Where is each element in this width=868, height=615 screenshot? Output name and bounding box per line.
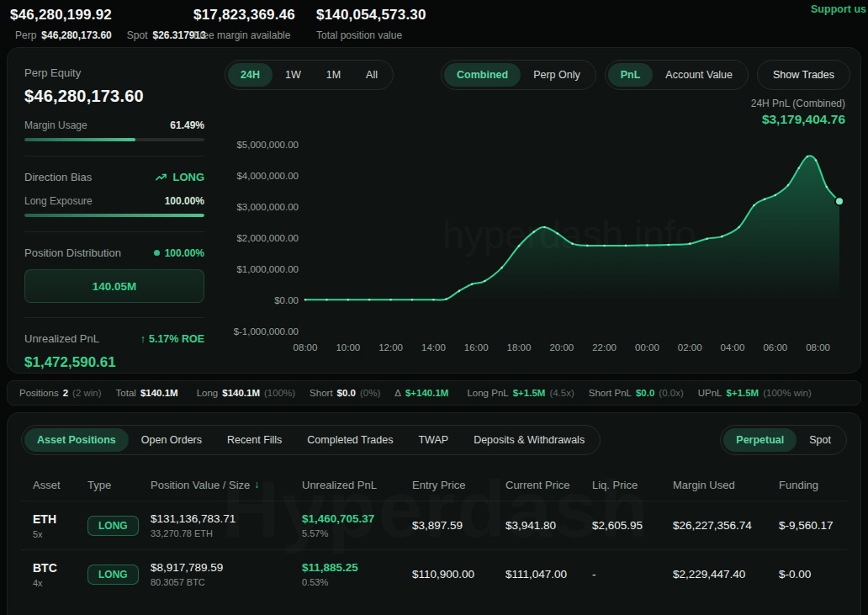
support-us-link[interactable]: Support us	[811, 3, 866, 15]
positions-table: Asset Type Position Value / Size ↓ Unrea…	[21, 469, 847, 598]
chart-point	[625, 245, 627, 247]
tab-twap[interactable]: TWAP	[405, 428, 461, 452]
range-button-24h[interactable]: 24H	[228, 63, 273, 87]
table-row-btc[interactable]: BTC 4x LONG $8,917,789.59 80.3057 BTC $1…	[21, 549, 847, 598]
chart-point	[368, 299, 371, 301]
account-total-value: $46,280,199.92	[10, 7, 193, 24]
x-tick-label: 06:00	[763, 342, 787, 353]
chart-point	[807, 156, 809, 158]
panel-divider	[24, 231, 204, 232]
tab-asset-positions[interactable]: Asset Positions	[24, 428, 129, 452]
table-header-row: Asset Type Position Value / Size ↓ Unrea…	[21, 469, 847, 501]
toggle-combined[interactable]: Combined	[444, 63, 521, 87]
total-position-label: Total position value	[316, 29, 426, 41]
chart-point	[603, 245, 606, 247]
tab-deposits-withdrawals[interactable]: Deposits & Withdrawals	[461, 428, 597, 452]
chart-point	[389, 299, 392, 301]
col-position-value-size[interactable]: Position Value / Size ↓	[151, 479, 302, 491]
toggle-perpetual[interactable]: Perpetual	[723, 428, 797, 452]
toggle-spot[interactable]: Spot	[797, 428, 844, 452]
equity-side-panel: Perp Equity $46,280,173.60 Margin Usage …	[8, 48, 220, 373]
chart-pnl-label: 24H PnL (Combined)	[751, 98, 845, 109]
chart-point	[445, 298, 447, 300]
long-badge: LONG	[87, 565, 139, 585]
chart-end-dot	[835, 197, 844, 205]
chart-point	[556, 232, 558, 235]
chart-point	[825, 186, 828, 188]
total-position-value: $140,054,573.30	[316, 7, 426, 24]
toggle-pnl[interactable]: PnL	[608, 63, 654, 87]
margin-usage-bar-fill	[24, 138, 135, 141]
equity-chart-card: Perp Equity $46,280,173.60 Margin Usage …	[7, 47, 861, 374]
margin-usage-value: 61.49%	[170, 119, 204, 131]
unrealized-pnl-pct: 0.53%	[302, 577, 412, 587]
x-tick-label: 10:00	[336, 342, 360, 353]
liq-price: $2,605.95	[592, 519, 673, 532]
asset-leverage: 5x	[33, 529, 87, 539]
toggle-perp-only[interactable]: Perp Only	[521, 63, 593, 87]
position-value: $8,917,789.59	[151, 561, 302, 574]
asset-symbol: ETH	[33, 512, 87, 526]
range-button-1m[interactable]: 1M	[314, 63, 353, 87]
sort-desc-icon: ↓	[254, 479, 259, 490]
perp-value: $46,280,173.60	[41, 29, 111, 41]
perp-label: Perp	[15, 29, 36, 41]
chart-point	[500, 267, 503, 269]
long-exposure-value: 100.00%	[165, 195, 204, 207]
entry-price: $110,900.00	[412, 568, 505, 581]
chart-point	[706, 237, 708, 240]
unrealized-pnl: $11,885.25	[302, 561, 412, 574]
toggle-account-value[interactable]: Account Value	[653, 63, 745, 87]
col-type: Type	[87, 479, 151, 491]
long-exposure-bar	[24, 214, 204, 217]
asset-leverage: 4x	[33, 578, 87, 588]
x-tick-label: 14:00	[421, 342, 446, 353]
positions-table-card: Hyperdash Asset Positions Open Orders Re…	[7, 412, 861, 615]
range-button-1w[interactable]: 1W	[273, 63, 314, 87]
roe-up-arrow-icon: ↑	[140, 333, 146, 345]
panel-divider	[24, 156, 204, 156]
chart-point	[753, 204, 755, 207]
position-distribution-box[interactable]: 140.05M	[24, 269, 204, 303]
chart-point	[738, 226, 740, 229]
chart-point	[532, 231, 535, 233]
chart-point	[764, 198, 766, 200]
x-tick-label: 20:00	[549, 342, 574, 353]
col-asset: Asset	[33, 479, 87, 491]
chart-point	[347, 299, 350, 301]
perp-equity-label: Perp Equity	[24, 66, 204, 79]
long-badge: LONG	[87, 516, 139, 536]
x-tick-label: 18:00	[507, 342, 532, 353]
chart-point	[458, 290, 461, 293]
pnl-area-chart[interactable]: hyperdash.info$5,000,000.00$4,000,000.00…	[225, 129, 850, 358]
long-exposure-label: Long Exposure	[24, 195, 93, 207]
show-trades-button[interactable]: Show Trades	[757, 60, 850, 90]
chart-section: 24H 1W 1M All Combined Perp Only PnL Acc…	[220, 48, 864, 373]
account-header: $46,280,199.92 Perp $46,280,173.60 Spot …	[0, 0, 868, 47]
col-unrealized-pnl: Unrealized PnL	[302, 479, 412, 491]
funding: $-9,560.17	[779, 519, 847, 532]
y-tick-label: $4,000,000.00	[236, 171, 299, 181]
tab-open-orders[interactable]: Open Orders	[129, 428, 214, 452]
chart-point	[689, 242, 691, 245]
chart-point	[304, 299, 307, 301]
range-button-all[interactable]: All	[353, 63, 390, 87]
col-liq-price: Liq. Price	[592, 479, 673, 491]
x-tick-label: 16:00	[464, 342, 489, 353]
table-row-eth[interactable]: ETH 5x LONG $131,136,783.71 33,270.78 ET…	[21, 501, 847, 549]
col-entry-price: Entry Price	[412, 479, 505, 491]
summary-positions: Positions2(2 win)	[19, 388, 102, 398]
tab-recent-fills[interactable]: Recent Fills	[214, 428, 294, 452]
current-price: $111,047.00	[505, 568, 592, 581]
y-tick-label: $-1,000,000.00	[234, 326, 299, 337]
chart-point	[668, 244, 670, 247]
summary-long-pnl: Long PnL$+1.5M(4.5x)	[467, 388, 574, 398]
position-value: $131,136,783.71	[151, 512, 302, 525]
unrealized-pnl-value: $1,472,590.61	[24, 354, 204, 371]
chart-point	[518, 245, 521, 247]
unrealized-pnl: $1,460,705.37	[302, 512, 412, 525]
tab-completed-trades[interactable]: Completed Trades	[294, 428, 405, 452]
margin-used: $26,227,356.74	[673, 519, 779, 532]
margin-usage-label: Margin Usage	[24, 119, 87, 131]
chart-pnl-value: $3,179,404.76	[751, 112, 845, 127]
